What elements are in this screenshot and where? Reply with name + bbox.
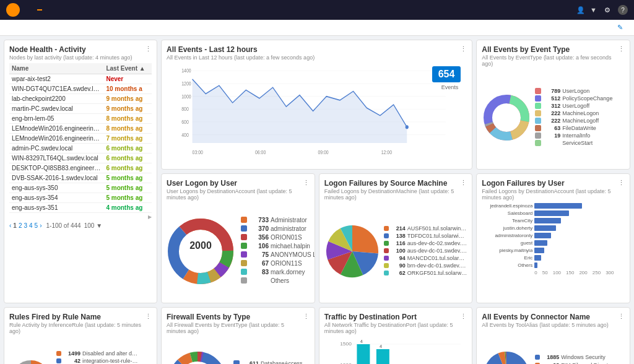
- legend-color: [535, 125, 541, 131]
- node-name-cell: eng-aus-sys-351: [9, 203, 103, 213]
- table-row: eng-aus-sys-350 5 months ag: [9, 183, 152, 193]
- legend-value: 116: [391, 240, 406, 246]
- hbar-row: TeamCity: [482, 218, 625, 223]
- hbar-label: guest: [482, 240, 532, 246]
- page-2[interactable]: 2: [19, 222, 22, 229]
- legend-label: mark.dorney: [271, 269, 305, 275]
- legend-value: 83: [249, 269, 269, 275]
- pie-slice: [484, 352, 529, 364]
- table-row: lab-checkpoint2200 9 months ag: [9, 94, 152, 104]
- hbar-bar: [534, 255, 541, 261]
- user-icon: 👤: [576, 6, 585, 14]
- legend-item: 63 FileDataWrite: [535, 125, 625, 131]
- legend-label: ServiceStart: [562, 140, 593, 146]
- user-logon-chart: 2000 733 Administrator 370 administrator…: [167, 203, 310, 299]
- hbar-row: Salesboard: [482, 210, 625, 216]
- node-health-menu[interactable]: ⋮: [145, 45, 152, 53]
- all-events-menu[interactable]: ⋮: [460, 45, 467, 53]
- page-3[interactable]: 3: [24, 222, 27, 229]
- logon-src-pie: [324, 223, 380, 279]
- node-event-cell: 5 months ag: [103, 183, 152, 193]
- legend-color: [241, 234, 247, 240]
- legend-item: 83 mark.dorney: [241, 269, 315, 275]
- all-events-subtitle: All Events in Last 12 hours (last update…: [167, 54, 315, 61]
- rules-menu[interactable]: ⋮: [145, 313, 152, 321]
- lfu-menu[interactable]: ⋮: [618, 179, 625, 187]
- legend-label: integration-test-rule-with-mail-a...: [82, 358, 138, 364]
- hbar-label: TeamCity: [482, 218, 532, 223]
- firewall-menu[interactable]: ⋮: [303, 313, 310, 321]
- svg-text:2000: 2000: [189, 240, 212, 251]
- node-event-cell: 5 months ag: [103, 193, 152, 203]
- per-page-select[interactable]: 100 ▼: [84, 222, 102, 229]
- legend-color: [535, 355, 540, 360]
- node-name-cell: martin-PC.swdev.local: [9, 104, 103, 114]
- user-logon-menu[interactable]: ⋮: [303, 179, 310, 187]
- events-count: 654: [432, 66, 461, 82]
- legend-item: 1885 Windows Security: [535, 354, 625, 360]
- legend-label: aus-dev-dc-02.swdev.local: [407, 240, 467, 246]
- next-btn[interactable]: ›: [40, 222, 41, 229]
- traffic-subtitle: All Network Traffic by DestinationPort (…: [324, 322, 461, 334]
- svg-text:06:00: 06:00: [255, 149, 266, 155]
- nav-item-nodes[interactable]: [67, 9, 72, 11]
- page-1[interactable]: 1: [13, 222, 17, 229]
- legend-value: 370: [249, 225, 269, 232]
- prev-btn[interactable]: ‹: [9, 222, 11, 229]
- hbar-bar: [534, 203, 582, 209]
- edit-dashboard-button[interactable]: ✎: [617, 24, 625, 32]
- node-name-cell: DESKTOP-QI8SB83.engineering.lab.brno: [9, 163, 103, 173]
- help-icon[interactable]: ?: [618, 5, 628, 15]
- traffic-bar-svg: 1500 1000 500 4 4 1 1 443 80 445 Others: [324, 337, 467, 364]
- logo-area: [6, 3, 25, 17]
- events-by-type-card: All Events by Event Type All Events by E…: [476, 40, 630, 170]
- svg-text:09:00: 09:00: [318, 149, 328, 155]
- node-event-cell: Never: [103, 74, 152, 84]
- table-row: wpar-aix-test2 Never: [9, 74, 152, 84]
- table-row: eng-aus-sys-351 4 months ag: [9, 203, 152, 213]
- node-name-cell: eng-aus-sys-350: [9, 183, 103, 193]
- right-nav-area: 👤 ▼ ⚙ ?: [569, 5, 628, 15]
- traffic-menu[interactable]: ⋮: [460, 313, 467, 321]
- legend-item: 733 Administrator: [241, 217, 315, 223]
- events-by-type-menu[interactable]: ⋮: [618, 45, 625, 53]
- all-events-chart-area: 654 Events 1400 1200 1000 800 600 400 03…: [167, 63, 467, 162]
- nav-item-events[interactable]: [52, 9, 57, 11]
- legend-item: 75 ANONYMOUS LOGON: [241, 251, 315, 258]
- user-logon-donut: 2000: [167, 217, 235, 285]
- legend-color: [241, 269, 247, 275]
- legend-color: [241, 277, 247, 284]
- page-4[interactable]: 4: [29, 222, 33, 229]
- firewall-chart: 699 611 DatabaseAccess 55 ApplicationDen…: [167, 337, 310, 364]
- logon-failures-src-card: Logon Failures by Source Machine Failed …: [319, 173, 473, 303]
- nav-item-groups[interactable]: [97, 9, 102, 11]
- legend-value: 733: [249, 217, 269, 223]
- gear-icon[interactable]: ⚙: [604, 6, 610, 14]
- legend-color: [241, 251, 247, 258]
- legend-label: DatabaseAccess: [261, 360, 303, 365]
- nav-item-rules[interactable]: [82, 9, 87, 11]
- hbar-row: justin.doherty: [482, 225, 625, 231]
- legend-item: 789 UserLogon: [535, 88, 625, 94]
- node-event-cell: 6 months ag: [103, 163, 152, 173]
- legend-item: 98 FIM File and Directory .txt: [535, 362, 625, 365]
- user-area[interactable]: 👤 ▼: [576, 6, 597, 14]
- node-name-cell: eng-aus-sys-354: [9, 193, 103, 203]
- connector-menu[interactable]: ⋮: [618, 313, 625, 321]
- page-5[interactable]: 5: [35, 222, 38, 229]
- lfu-subtitle: Failed Logons by DestinationAccount (las…: [482, 188, 618, 201]
- svg-text:4: 4: [380, 344, 382, 349]
- logon-src-menu[interactable]: ⋮: [460, 179, 467, 187]
- all-events-title: All Events - Last 12 hours: [167, 45, 315, 54]
- legend-color: [384, 256, 389, 261]
- lfu-title: Logon Failures by User: [482, 179, 618, 188]
- node-name-cell: DVB-SSAK-2016-1.swdev.local: [9, 173, 103, 183]
- nav-item-dashboard[interactable]: [37, 9, 42, 11]
- legend-label: UserLogoff: [562, 103, 589, 109]
- legend-value: 789: [543, 88, 560, 94]
- pie-slice: [17, 360, 31, 364]
- legend-label: InternalInfo: [562, 132, 590, 139]
- node-name-cell: LEMnodeWin2016.engineering.lab.brno: [9, 124, 103, 134]
- legend-value: 214: [391, 225, 406, 232]
- logon-src-chart: 214 AUSF501.tul.solarwinds.net 138 TDFDC…: [324, 203, 467, 299]
